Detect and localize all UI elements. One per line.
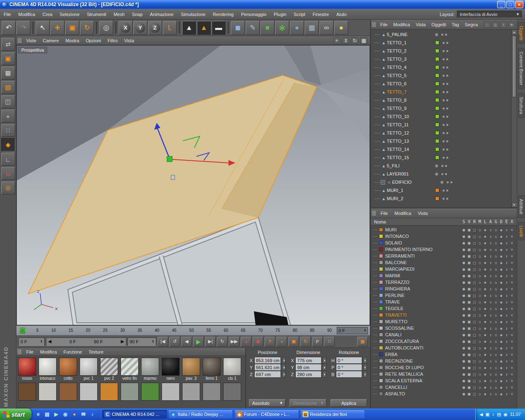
object-row[interactable]: ▲ TETTO_14 <box>371 145 511 153</box>
rotate-icon[interactable]: ↻ <box>80 21 94 35</box>
layer-toggle-icons[interactable]: ●■□▫▪↕◇◆↕× <box>463 320 517 324</box>
apply-button[interactable]: Applica <box>331 399 367 407</box>
material-preview[interactable] <box>80 358 98 376</box>
object-row[interactable]: ▲ TETTO_5 <box>371 71 511 80</box>
visibility-dots[interactable] <box>441 165 447 167</box>
magnet-icon[interactable]: U <box>1 167 15 180</box>
material-menu-item[interactable]: Texture <box>85 349 107 354</box>
pan-view-icon[interactable]: + <box>333 37 340 44</box>
material-preview[interactable] <box>182 358 200 376</box>
material-item[interactable] <box>100 383 119 406</box>
side-tab[interactable]: Struttura <box>518 93 525 118</box>
menu-item[interactable]: Simulazione <box>177 12 209 17</box>
menu-item[interactable]: Finestre <box>309 12 333 17</box>
timeline-tick[interactable]: 15 <box>68 328 73 333</box>
stepper[interactable]: ▲▼ <box>363 371 367 378</box>
add-cube-icon[interactable]: ■ <box>231 21 245 35</box>
key-scale-icon[interactable]: ▣ <box>288 337 299 347</box>
visibility-dots[interactable] <box>441 34 447 36</box>
material-preview[interactable] <box>162 358 180 376</box>
edges-mode-icon[interactable]: ∟ <box>1 153 15 166</box>
range-left-arrow[interactable]: ◀ <box>48 339 51 344</box>
layer-toggle-icons[interactable]: ●■□▫▪↕◇◆↕× <box>463 326 517 331</box>
menu-item[interactable]: Animazione <box>146 12 177 17</box>
layer-color-chip[interactable] <box>379 241 383 245</box>
coordinate-field[interactable]: 853.169 cm <box>254 357 281 364</box>
object-row[interactable]: ▲ TETTO_8 <box>371 96 511 104</box>
floor-icon[interactable]: ▦ <box>305 21 319 35</box>
menu-item[interactable]: Rendering <box>209 12 237 17</box>
layer-toggle-icons[interactable]: ●■□▫▪↕◇◆↕× <box>463 300 517 304</box>
material-preview[interactable] <box>162 383 180 401</box>
layer-row[interactable]: ERBA ●■□▫▪↕◇◆↕× <box>371 351 517 358</box>
layer-name[interactable]: PAVIMENTO INTERNO <box>385 247 463 252</box>
layer-name[interactable]: AUTOBLOCCANTI <box>385 345 463 350</box>
layer-toggle-icons[interactable]: ●■□▫▪↕◇◆↕× <box>463 359 517 363</box>
layer-name[interactable]: SOLAIO <box>385 240 463 245</box>
separator[interactable] <box>179 22 180 34</box>
layer-chip[interactable] <box>435 57 439 61</box>
object-name[interactable]: LAYER001 <box>387 171 431 176</box>
visibility-dots[interactable] <box>443 124 448 126</box>
last-tool-icon[interactable]: ◎ <box>99 21 113 35</box>
layer-name[interactable]: MURETTO <box>385 319 463 324</box>
material-item[interactable]: intonaco <box>38 358 57 381</box>
timeline-tick[interactable]: 20 <box>86 328 90 333</box>
viewport-menu-item[interactable]: Vista <box>121 38 137 43</box>
y-axis-lock-icon[interactable]: Y <box>133 21 147 35</box>
object-name[interactable]: 5_PALINE <box>387 32 431 37</box>
object-row[interactable]: ▲ TETTO_10 <box>371 112 511 121</box>
material-preview[interactable] <box>80 383 98 401</box>
workplane-icon[interactable]: ◫ <box>1 95 15 108</box>
messenger-icon[interactable]: ◉ <box>62 411 69 418</box>
layer-chip[interactable] <box>435 147 439 151</box>
dimension-mode-dropdown[interactable]: Dimensione▾ <box>290 399 326 407</box>
material-item[interactable]: ferro 1 <box>202 358 221 381</box>
object-name[interactable]: TETTO_2 <box>387 48 431 53</box>
minimize-button[interactable]: _ <box>497 1 505 8</box>
play-reverse-button[interactable]: ↺ <box>169 337 180 347</box>
material-menu-item[interactable]: File <box>23 349 37 354</box>
viewport-menu-item[interactable]: Opzioni <box>82 38 104 43</box>
layer-chip[interactable] <box>435 164 438 167</box>
scrollbar-thumb[interactable] <box>512 36 516 97</box>
material-preview[interactable] <box>39 358 57 376</box>
timeline-tick[interactable]: 0 <box>21 328 24 333</box>
viewport-menu-item[interactable]: Viste <box>23 38 39 43</box>
material-menu-item[interactable]: Modifica <box>37 349 60 354</box>
layer-color-chip[interactable] <box>379 234 383 238</box>
texture-mode-icon[interactable]: ▨ <box>1 81 15 94</box>
layer-name[interactable]: MURI <box>385 227 463 232</box>
material-item[interactable]: cls 1 <box>223 358 242 381</box>
x-axis-lock-icon[interactable]: X <box>119 21 132 35</box>
material-preview[interactable] <box>121 383 139 401</box>
end-frame-field[interactable]: 90 F ▲▼ <box>128 338 156 346</box>
material-item[interactable]: cotto <box>59 358 78 381</box>
side-tab[interactable]: Livelli <box>518 222 525 241</box>
layer-toggle-icons[interactable]: ●■□▫▪↕◇◆↕× <box>463 267 517 272</box>
layer-color-chip[interactable] <box>379 260 383 265</box>
snap-icon[interactable]: ◎ <box>1 181 15 194</box>
layer-color-chip[interactable] <box>379 379 383 383</box>
layer-toggle-icons[interactable]: ●■□▫▪↕◇◆↕× <box>463 313 517 317</box>
stepper[interactable]: ▲▼ <box>40 340 43 343</box>
layer-chip[interactable] <box>435 173 438 176</box>
scale-icon[interactable]: ▣ <box>65 21 79 35</box>
material-item[interactable]: marmo <box>141 358 160 381</box>
visibility-dots[interactable] <box>443 198 448 200</box>
layer-name[interactable]: CANCELLI <box>385 385 463 390</box>
stepper[interactable]: ▲▼ <box>282 357 286 364</box>
add-icon[interactable]: + <box>508 21 515 28</box>
layer-chip[interactable] <box>435 114 439 119</box>
material-preview[interactable] <box>100 383 118 401</box>
key-parameter-icon[interactable]: P <box>312 337 323 347</box>
internet-explorer-icon[interactable]: e <box>35 411 42 418</box>
loop-button[interactable]: ↻ <box>217 337 228 347</box>
stepper[interactable]: ▲▼ <box>322 364 326 371</box>
separator[interactable] <box>32 22 34 34</box>
range-right-arrow[interactable]: ▶ <box>121 339 124 344</box>
layer-manager-menu-item[interactable]: Modifica <box>391 211 415 216</box>
goto-start-button[interactable]: |◀ <box>158 337 168 347</box>
object-row[interactable]: ▲ TETTO_6 <box>371 80 511 88</box>
stepper[interactable]: ▲▼ <box>364 329 366 332</box>
